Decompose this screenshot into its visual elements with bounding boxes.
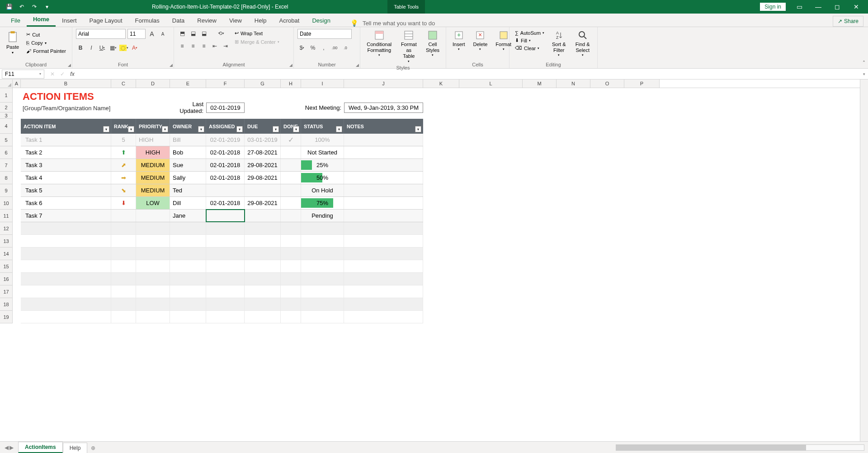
row-header-7[interactable]: 7 <box>0 159 12 172</box>
decrease-font-icon[interactable]: A <box>158 29 167 38</box>
add-sheet-button[interactable]: ⊕ <box>87 443 99 453</box>
last-updated-value[interactable]: 02-01-2019 <box>206 103 245 113</box>
bold-button[interactable]: B <box>76 43 85 52</box>
sort-filter-button[interactable]: AZSort & Filter▾ <box>549 29 569 58</box>
row-header-11[interactable]: 11 <box>0 210 12 222</box>
tab-review[interactable]: Review <box>191 14 223 27</box>
tell-me-search[interactable]: 💡 Tell me what you want to do <box>350 19 833 27</box>
undo-icon[interactable]: ↶ <box>16 1 27 12</box>
percent-format-icon[interactable]: % <box>308 43 317 52</box>
table-row[interactable]: Task 5⬊MEDIUMTedOn Hold <box>21 184 423 197</box>
cell-styles-button[interactable]: Cell Styles▾ <box>423 29 442 58</box>
filter-button[interactable]: ▾ <box>293 126 299 132</box>
format-painter-button[interactable]: 🖌Format Painter <box>24 47 68 55</box>
row-header-17[interactable]: 17 <box>0 285 12 298</box>
col-header-I[interactable]: I <box>301 79 344 88</box>
maximize-icon[interactable]: ◻ <box>828 0 846 14</box>
row-header-13[interactable]: 13 <box>0 235 12 248</box>
row-header-10[interactable]: 10 <box>0 197 12 210</box>
tab-insert[interactable]: Insert <box>56 14 83 27</box>
clear-button[interactable]: ⌫Clear▾ <box>513 45 546 51</box>
filter-button[interactable]: ▾ <box>336 126 342 132</box>
row-header-14[interactable]: 14 <box>0 248 12 260</box>
col-header-K[interactable]: K <box>423 79 459 88</box>
row-header-5[interactable]: 5 <box>0 134 12 146</box>
col-header-J[interactable]: J <box>344 79 423 88</box>
qat-customize-icon[interactable]: ▾ <box>42 1 52 12</box>
fill-color-button[interactable]: ◌▾ <box>119 43 128 52</box>
clipboard-dialog-launcher[interactable]: ◢ <box>68 63 71 67</box>
filter-button[interactable]: ▾ <box>162 126 168 132</box>
font-name-input[interactable] <box>76 29 126 39</box>
orientation-icon[interactable]: ⟲▾ <box>217 29 226 38</box>
comma-format-icon[interactable]: , <box>319 43 328 52</box>
font-color-button[interactable]: A▾ <box>130 43 139 52</box>
save-icon[interactable]: 💾 <box>4 1 14 12</box>
align-middle-icon[interactable]: ⬓ <box>189 29 198 38</box>
number-dialog-launcher[interactable]: ◢ <box>356 63 359 67</box>
table-row[interactable]: Task 15HIGHBill02-01-201903-01-2019✓100% <box>21 134 423 146</box>
fill-button[interactable]: ⬇Fill▾ <box>513 37 546 44</box>
align-bottom-icon[interactable]: ⬓ <box>199 29 208 38</box>
sheet-nav-prev-icon[interactable]: ◀ <box>5 444 9 451</box>
increase-decimal-icon[interactable]: .00 <box>330 43 339 52</box>
tab-design[interactable]: Design <box>306 14 336 27</box>
cut-button[interactable]: ✂Cut <box>24 31 68 38</box>
col-header-F[interactable]: F <box>206 79 245 88</box>
sheet-tab-help[interactable]: Help <box>63 443 88 453</box>
col-header-L[interactable]: L <box>459 79 523 88</box>
font-size-input[interactable] <box>127 29 146 39</box>
filter-button[interactable]: ▾ <box>236 126 243 132</box>
conditional-formatting-button[interactable]: Conditional Formatting▾ <box>364 29 395 58</box>
filter-button[interactable]: ▾ <box>198 126 204 132</box>
row-header-19[interactable]: 19 <box>0 311 12 323</box>
find-select-button[interactable]: Find & Select▾ <box>572 29 594 58</box>
borders-button[interactable]: ▦▾ <box>108 43 118 52</box>
align-right-icon[interactable]: ≡ <box>199 42 208 51</box>
col-header-O[interactable]: O <box>590 79 624 88</box>
font-dialog-launcher[interactable]: ◢ <box>170 63 173 67</box>
format-as-table-button[interactable]: Format as Table▾ <box>397 29 420 64</box>
col-header-E[interactable]: E <box>170 79 206 88</box>
ribbon-display-icon[interactable]: ▭ <box>790 0 808 14</box>
filter-button[interactable]: ▾ <box>103 126 109 132</box>
row-header-8[interactable]: 8 <box>0 172 12 184</box>
row-header-1[interactable]: 1 <box>0 88 12 103</box>
col-header-P[interactable]: P <box>624 79 660 88</box>
wrap-text-button[interactable]: ↩Wrap Text <box>233 30 281 37</box>
align-top-icon[interactable]: ⬒ <box>178 29 187 38</box>
table-row[interactable]: Task 6⬇LOWDill02-01-201829-08-202175% <box>21 197 423 210</box>
sign-in-button[interactable]: Sign in <box>760 3 786 11</box>
tab-help[interactable]: Help <box>248 14 273 27</box>
paste-button[interactable]: Paste ▾ <box>4 29 22 56</box>
increase-font-icon[interactable]: A <box>147 29 156 38</box>
row-header-16[interactable]: 16 <box>0 273 12 285</box>
alignment-dialog-launcher[interactable]: ◢ <box>289 63 292 67</box>
insert-cells-button[interactable]: +Insert▾ <box>450 29 468 52</box>
close-icon[interactable]: ✕ <box>847 0 865 14</box>
col-header-G[interactable]: G <box>245 79 281 88</box>
col-header-C[interactable]: C <box>111 79 136 88</box>
select-all-button[interactable] <box>0 79 13 88</box>
sheet-tab-actionitems[interactable]: ActionItems <box>18 442 63 453</box>
tab-page-layout[interactable]: Page Layout <box>83 14 129 27</box>
row-header-6[interactable]: 6 <box>0 146 12 159</box>
merge-center-button[interactable]: ⊞Merge & Center▾ <box>233 38 281 45</box>
table-row[interactable]: Task 3⬈MEDIUMSue02-01-201829-08-202125% <box>21 159 423 172</box>
row-header-3[interactable]: 3 <box>0 112 12 119</box>
tab-acrobat[interactable]: Acrobat <box>273 14 306 27</box>
accept-formula-icon[interactable]: ✓ <box>58 70 67 79</box>
decrease-decimal-icon[interactable]: .0 <box>341 43 350 52</box>
grid-content[interactable]: ACTION ITEMS[Group/Team/Organization Nam… <box>13 88 860 323</box>
tab-formulas[interactable]: Formulas <box>129 14 166 27</box>
delete-cells-button[interactable]: ×Delete▾ <box>471 29 491 52</box>
tab-data[interactable]: Data <box>166 14 191 27</box>
align-left-icon[interactable]: ≡ <box>178 42 187 51</box>
col-header-N[interactable]: N <box>557 79 590 88</box>
filter-button[interactable]: ▾ <box>273 126 279 132</box>
row-header-12[interactable]: 12 <box>0 222 12 235</box>
filter-button[interactable]: ▾ <box>128 126 134 132</box>
col-header-M[interactable]: M <box>523 79 557 88</box>
col-header-B[interactable]: B <box>21 79 111 88</box>
horizontal-scrollbar[interactable] <box>616 444 864 451</box>
